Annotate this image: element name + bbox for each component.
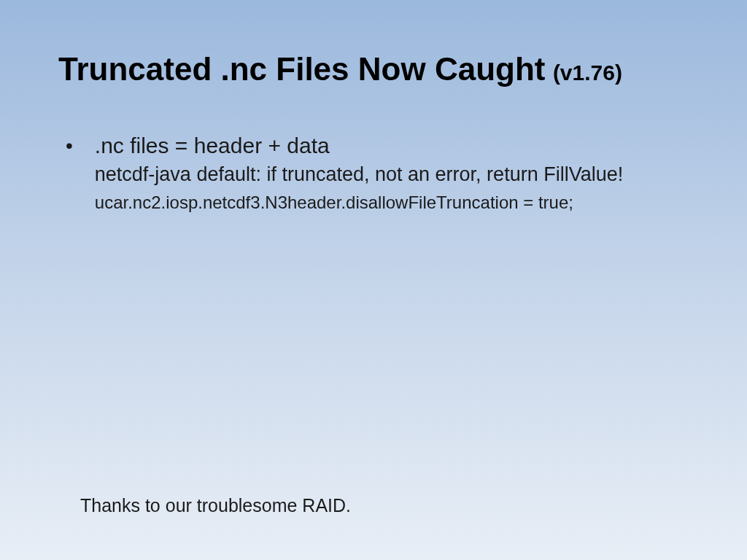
content-line-main: .nc files = header + data	[95, 131, 689, 160]
slide-content: • .nc files = header + data netcdf-java …	[58, 131, 689, 214]
slide-title: Truncated .nc Files Now Caught (v1.76)	[58, 51, 689, 88]
bullet-item: • .nc files = header + data netcdf-java …	[66, 131, 689, 214]
title-version: (v1.76)	[553, 61, 622, 85]
content-line-sub1: netcdf-java default: if truncated, not a…	[95, 161, 689, 189]
bullet-text-block: .nc files = header + data netcdf-java de…	[95, 131, 689, 214]
slide-container: Truncated .nc Files Now Caught (v1.76) •…	[0, 0, 747, 560]
title-main: Truncated .nc Files Now Caught	[58, 51, 545, 87]
bullet-marker: •	[66, 131, 73, 160]
content-line-sub2: ucar.nc2.iosp.netcdf3.N3header.disallowF…	[95, 190, 689, 215]
footer-note: Thanks to our troublesome RAID.	[80, 495, 351, 516]
